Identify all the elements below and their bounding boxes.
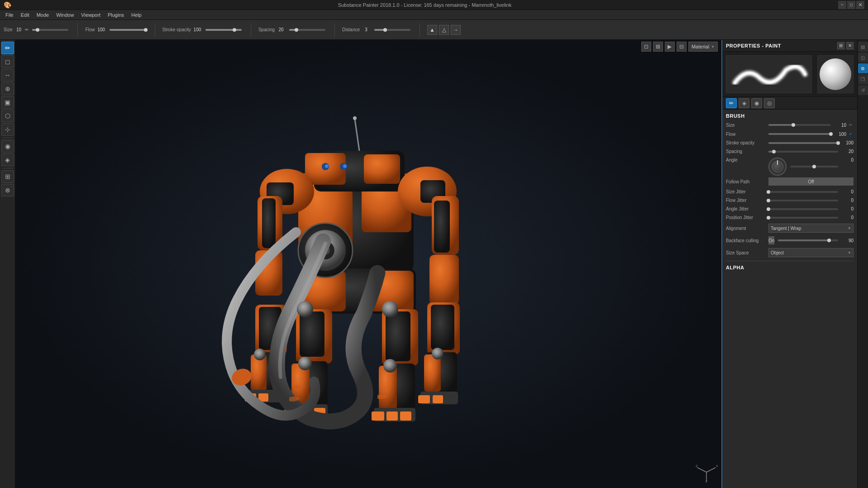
- size-prop-slider-container: [768, 124, 831, 126]
- redge-tab-history[interactable]: ↺: [858, 85, 868, 95]
- menu-help[interactable]: Help: [128, 11, 145, 19]
- stroke-mode-btn-1[interactable]: ▲: [427, 25, 437, 35]
- brush-sphere-preview: [817, 55, 854, 93]
- stroke-mode-btn-2[interactable]: △: [439, 25, 449, 35]
- tool-transform[interactable]: ⊞: [1, 170, 14, 183]
- flow-jitter-prop-slider-container: [768, 200, 838, 201]
- properties-controls: ⊞ ✕: [837, 42, 854, 49]
- redge-tab-texture-sets[interactable]: ▤: [858, 42, 868, 52]
- stroke-opacity-prop-slider[interactable]: [768, 142, 838, 144]
- spacing-slider[interactable]: [289, 29, 325, 31]
- tool-fill[interactable]: ▣: [1, 96, 14, 109]
- flow-edit-icon[interactable]: ✓: [848, 131, 854, 137]
- stroke-opacity-slider[interactable]: [205, 29, 242, 31]
- menu-window[interactable]: Window: [52, 11, 77, 19]
- tool-measure[interactable]: ⊗: [1, 184, 14, 196]
- menu-file[interactable]: File: [2, 11, 17, 19]
- menu-viewport[interactable]: Viewport: [77, 11, 104, 19]
- size-jitter-prop-slider[interactable]: [768, 191, 838, 193]
- size-space-row: Size Space Object ▼: [726, 248, 854, 257]
- spacing-prop-value: 20: [840, 149, 854, 154]
- redge-tab-layers[interactable]: ◫: [858, 53, 868, 62]
- camera-icon-btn[interactable]: ⊡: [641, 42, 651, 52]
- properties-close-btn[interactable]: ✕: [846, 42, 854, 49]
- stroke-opacity-row: Stroke opacity 100: [726, 140, 854, 145]
- backface-culling-value: 90: [840, 238, 854, 243]
- robot-scene: [15, 40, 721, 488]
- distance-label: Distance: [342, 27, 360, 32]
- viewport[interactable]: ⊡ ⊠ ▶ ⊟ Material ▼ X Z Y: [15, 40, 721, 488]
- tool-erase[interactable]: ◻: [1, 55, 14, 68]
- backface-culling-prop-label: Backface culling: [726, 238, 767, 243]
- redge-tab-assets[interactable]: ❐: [858, 74, 868, 84]
- separator-2: [155, 23, 155, 37]
- distance-slider[interactable]: [374, 29, 410, 31]
- flow-jitter-prop-slider[interactable]: [768, 200, 838, 201]
- main-area: ✏ ◻ ↔ ⊕ ▣ ⬡ ⊹ ◉ ◈ ⊞ ⊗: [0, 40, 868, 488]
- svg-text:X: X: [716, 464, 718, 468]
- tool-paint[interactable]: ✏: [1, 42, 14, 54]
- position-jitter-prop-slider[interactable]: [768, 217, 838, 219]
- prop-tab-mask[interactable]: ◎: [764, 98, 775, 108]
- properties-content: BRUSH Size 10 ✏ Flow: [722, 110, 857, 488]
- svg-point-66: [382, 301, 398, 317]
- tool-clone[interactable]: ⊕: [1, 82, 14, 95]
- video-icon-btn[interactable]: ▶: [665, 42, 675, 52]
- backface-culling-slider[interactable]: [778, 239, 838, 241]
- tool-polygon[interactable]: ⬡: [1, 110, 14, 122]
- screenshot-icon-btn[interactable]: ⊟: [677, 42, 687, 52]
- svg-rect-52: [424, 354, 441, 392]
- size-label: Size: [4, 27, 12, 32]
- prop-tab-material[interactable]: ◈: [739, 98, 749, 108]
- menu-plugins[interactable]: Plugins: [104, 11, 128, 19]
- tool-smudge[interactable]: ↔: [1, 69, 14, 81]
- tool-color-picker[interactable]: ◉: [1, 140, 14, 153]
- render-icon-btn[interactable]: ⊠: [653, 42, 663, 52]
- distance-value: 3: [362, 27, 371, 32]
- angle-prop-slider[interactable]: [790, 166, 838, 167]
- angle-jitter-prop-value: 0: [840, 206, 854, 211]
- size-jitter-prop-slider-container: [768, 191, 838, 193]
- size-row: Size 10 ✏: [726, 122, 854, 128]
- svg-point-8: [353, 116, 357, 120]
- position-jitter-prop-label: Position Jitter: [726, 215, 767, 220]
- alignment-dropdown-value: Tangent | Wrap: [771, 226, 801, 231]
- size-prop-slider[interactable]: [768, 124, 831, 126]
- size-space-dropdown[interactable]: Object ▼: [768, 248, 854, 257]
- spacing-prop-slider[interactable]: [768, 151, 838, 153]
- svg-rect-18: [429, 255, 459, 305]
- svg-rect-54: [418, 395, 430, 403]
- property-tabs: ✏ ◈ ◉ ◎: [722, 97, 857, 110]
- follow-path-toggle[interactable]: Off: [768, 177, 854, 186]
- close-button[interactable]: ✕: [856, 1, 864, 9]
- stroke-opacity-prop-value: 100: [840, 140, 854, 145]
- tool-select[interactable]: ⊹: [1, 123, 14, 136]
- spacing-row: Spacing 20: [726, 149, 854, 154]
- angle-dial[interactable]: [768, 158, 787, 176]
- brush-stroke-preview: [726, 55, 812, 93]
- menu-edit[interactable]: Edit: [17, 11, 33, 19]
- properties-expand-btn[interactable]: ⊞: [837, 42, 844, 49]
- flow-slider[interactable]: [110, 29, 146, 31]
- angle-jitter-prop-slider[interactable]: [768, 208, 838, 210]
- backface-culling-toggle[interactable]: On: [768, 236, 774, 244]
- size-prop-value: 10: [833, 123, 846, 128]
- minimize-button[interactable]: −: [838, 1, 846, 9]
- maximize-button[interactable]: □: [847, 1, 855, 9]
- alignment-dropdown[interactable]: Tangent | Wrap ▼: [768, 224, 854, 233]
- size-prop-thumb: [792, 123, 795, 127]
- size-icon: ✏: [25, 27, 29, 32]
- size-slider[interactable]: [32, 29, 68, 31]
- size-space-prop-label: Size Space: [726, 250, 767, 255]
- size-edit-icon[interactable]: ✏: [848, 122, 854, 128]
- tool-material[interactable]: ◈: [1, 153, 14, 166]
- follow-path-prop-label: Follow Path: [726, 179, 767, 184]
- prop-tab-paint[interactable]: ✏: [726, 98, 737, 108]
- redge-tab-properties[interactable]: ⚙: [858, 63, 868, 73]
- stroke-opacity-group: Stroke opacity 100: [162, 27, 243, 32]
- flow-prop-slider[interactable]: [768, 133, 831, 135]
- prop-tab-particle[interactable]: ◉: [751, 98, 762, 108]
- material-dropdown[interactable]: Material ▼: [688, 42, 718, 52]
- stroke-mode-btn-3[interactable]: →: [451, 25, 461, 35]
- menu-mode[interactable]: Mode: [33, 11, 53, 19]
